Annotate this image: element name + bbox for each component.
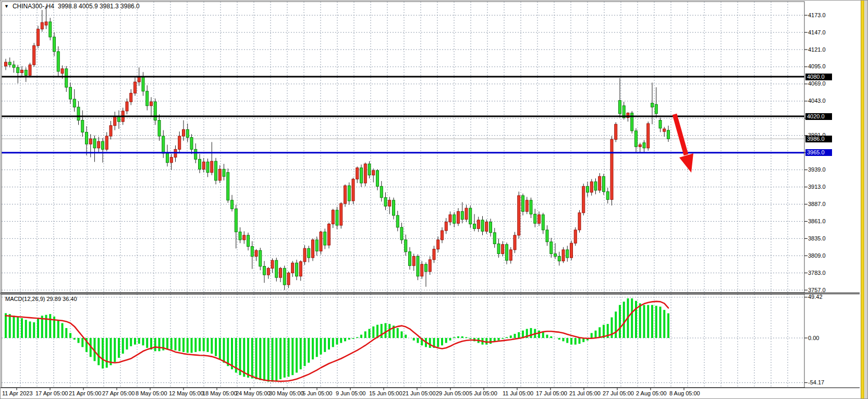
candle-bull bbox=[138, 77, 140, 82]
candle-bear bbox=[259, 250, 262, 266]
candle-bear bbox=[396, 215, 399, 227]
candle-bear bbox=[558, 257, 560, 261]
candle-bear bbox=[199, 159, 201, 169]
candle-bear bbox=[77, 107, 80, 120]
candle-bull bbox=[291, 263, 294, 273]
candle-bull bbox=[33, 45, 35, 65]
candle-bull bbox=[615, 124, 617, 139]
candle-bull bbox=[465, 208, 468, 220]
candle-bull bbox=[97, 141, 100, 148]
candle-bear bbox=[368, 164, 371, 175]
candle-bull bbox=[647, 124, 650, 148]
candle-bull bbox=[255, 250, 258, 256]
candle-bull bbox=[445, 222, 447, 231]
window-edge bbox=[865, 1, 868, 399]
candle-bear bbox=[25, 70, 27, 75]
candle-bear bbox=[324, 232, 326, 245]
candle-bear bbox=[425, 264, 427, 272]
candle-bull bbox=[449, 215, 451, 222]
candle-bear bbox=[380, 186, 383, 198]
candle-bear bbox=[65, 69, 68, 87]
symbol-label: CHINA300-,H4 bbox=[13, 3, 54, 10]
candle-bear bbox=[227, 173, 229, 200]
chart-canvas[interactable] bbox=[1, 1, 868, 399]
candle-bull bbox=[267, 268, 270, 275]
time-tick-label: 18 May 05:00 bbox=[202, 390, 237, 396]
candle-bear bbox=[534, 214, 536, 223]
candle-bear bbox=[667, 130, 670, 139]
candle-bull bbox=[21, 70, 23, 72]
candle-bear bbox=[223, 169, 225, 176]
price-tick-label: 3861.0 bbox=[808, 218, 826, 224]
candle-bull bbox=[202, 162, 205, 169]
candle-bear bbox=[296, 263, 298, 276]
macd-tick-label: 0.00 bbox=[808, 335, 819, 341]
candle-bear bbox=[146, 91, 149, 106]
candle-bull bbox=[312, 240, 314, 258]
candle-bear bbox=[530, 200, 532, 214]
candle-bull bbox=[372, 171, 375, 175]
candle-bull bbox=[364, 164, 366, 183]
candle-bull bbox=[279, 268, 282, 277]
time-tick-label: 9 Jun 05:00 bbox=[336, 390, 366, 396]
candle-bull bbox=[518, 196, 520, 235]
candle-bull bbox=[421, 264, 423, 276]
candle-bull bbox=[287, 273, 290, 285]
candle-bull bbox=[582, 186, 585, 213]
candle-bull bbox=[126, 102, 128, 111]
chart-window: ▼ CHINA300-,H4 3998.8 4005.9 3981.3 3986… bbox=[0, 0, 868, 399]
candle-bear bbox=[594, 182, 597, 190]
candle-bull bbox=[89, 139, 92, 144]
candle-bull bbox=[114, 116, 116, 126]
candle-bear bbox=[546, 230, 548, 242]
candle-bull bbox=[340, 203, 343, 225]
candle-bear bbox=[384, 198, 387, 206]
candle-bear bbox=[93, 139, 96, 148]
price-tick-label: 4069.0 bbox=[808, 80, 826, 87]
candle-bear bbox=[336, 210, 338, 225]
candle-bear bbox=[53, 37, 56, 52]
candle-bull bbox=[303, 248, 306, 261]
candle-bear bbox=[400, 227, 403, 240]
candle-bull bbox=[271, 260, 274, 268]
candle-bear bbox=[142, 77, 144, 91]
candle-bull bbox=[578, 213, 581, 230]
price-tick-label: 3809.0 bbox=[808, 252, 826, 259]
time-tick-label: 15 Jun 05:00 bbox=[369, 390, 402, 396]
candle-bear bbox=[206, 162, 209, 172]
price-tick-label: 3939.0 bbox=[808, 166, 826, 173]
candle-bull bbox=[610, 139, 613, 199]
resistance-badge-4020: 4020.0 bbox=[805, 113, 832, 120]
candle-bull bbox=[514, 235, 516, 250]
candle-bear bbox=[17, 67, 19, 72]
candle-bull bbox=[299, 262, 302, 276]
candle-bull bbox=[441, 231, 444, 240]
candle-bear bbox=[643, 143, 645, 148]
candle-bull bbox=[182, 129, 185, 136]
candle-bear bbox=[469, 208, 472, 224]
candle-bull bbox=[150, 102, 153, 106]
current-price-badge: 3986.0 bbox=[805, 136, 832, 142]
candle-bull bbox=[562, 250, 565, 261]
candle-bull bbox=[590, 182, 593, 192]
candle-bear bbox=[360, 168, 363, 183]
candle-bull bbox=[61, 69, 64, 74]
candle-bear bbox=[409, 252, 411, 266]
candle-bull bbox=[178, 136, 181, 149]
chevron-down-icon[interactable]: ▼ bbox=[4, 4, 9, 9]
time-tick-label: 5 Jul 05:00 bbox=[469, 390, 497, 396]
candle-bear bbox=[283, 268, 286, 285]
candle-bear bbox=[490, 222, 492, 233]
time-tick-label: 27 Jul 05:00 bbox=[603, 390, 634, 396]
candle-bull bbox=[433, 249, 435, 260]
candle-bear bbox=[393, 200, 395, 215]
candle-bear bbox=[158, 120, 161, 136]
macd-tick-label: -54.17 bbox=[808, 379, 824, 385]
candle-bear bbox=[118, 116, 120, 122]
candle-bull bbox=[477, 220, 480, 228]
scroll-strip[interactable] bbox=[861, 1, 864, 399]
time-tick-label: 8 May 05:00 bbox=[136, 390, 167, 396]
candle-bear bbox=[550, 242, 553, 254]
time-tick-label: 21 Jun 05:00 bbox=[402, 390, 436, 396]
time-tick-label: 21 Apr 05:00 bbox=[69, 390, 101, 396]
